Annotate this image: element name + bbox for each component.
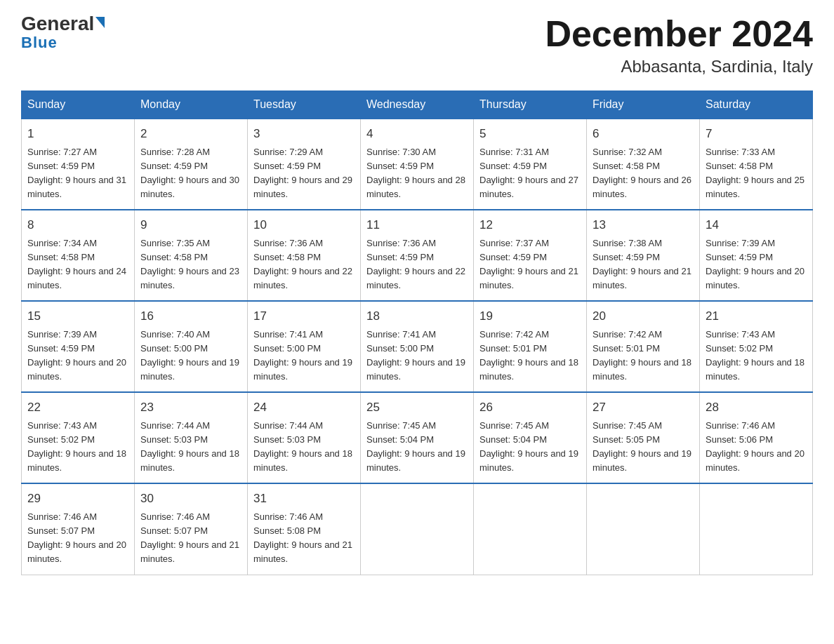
day-info: Sunrise: 7:32 AMSunset: 4:58 PMDaylight:… [593, 145, 694, 202]
day-info: Sunrise: 7:37 AMSunset: 4:59 PMDaylight:… [479, 236, 581, 293]
table-row: 5Sunrise: 7:31 AMSunset: 4:59 PMDaylight… [474, 119, 587, 210]
col-wednesday: Wednesday [361, 91, 474, 119]
day-info: Sunrise: 7:35 AMSunset: 4:58 PMDaylight:… [140, 236, 241, 293]
day-info: Sunrise: 7:45 AMSunset: 5:04 PMDaylight:… [366, 419, 468, 476]
table-row: 26Sunrise: 7:45 AMSunset: 5:04 PMDayligh… [474, 392, 587, 483]
day-number: 24 [253, 398, 355, 417]
day-info: Sunrise: 7:46 AMSunset: 5:08 PMDaylight:… [253, 510, 355, 567]
table-row: 22Sunrise: 7:43 AMSunset: 5:02 PMDayligh… [22, 392, 135, 483]
table-row: 24Sunrise: 7:44 AMSunset: 5:03 PMDayligh… [248, 392, 361, 483]
table-row: 23Sunrise: 7:44 AMSunset: 5:03 PMDayligh… [135, 392, 248, 483]
table-row: 4Sunrise: 7:30 AMSunset: 4:59 PMDaylight… [361, 119, 474, 210]
day-number: 10 [253, 216, 355, 234]
day-info: Sunrise: 7:44 AMSunset: 5:03 PMDaylight:… [140, 419, 241, 476]
day-info: Sunrise: 7:39 AMSunset: 4:59 PMDaylight:… [27, 328, 128, 384]
day-number: 25 [366, 398, 468, 417]
day-info: Sunrise: 7:36 AMSunset: 4:58 PMDaylight:… [253, 236, 355, 293]
calendar-week-row: 8Sunrise: 7:34 AMSunset: 4:58 PMDaylight… [22, 210, 813, 301]
day-number: 3 [253, 125, 355, 143]
day-number: 23 [140, 398, 241, 417]
table-row: 13Sunrise: 7:38 AMSunset: 4:59 PMDayligh… [587, 210, 700, 301]
calendar-week-row: 1Sunrise: 7:27 AMSunset: 4:59 PMDaylight… [22, 119, 813, 210]
day-info: Sunrise: 7:31 AMSunset: 4:59 PMDaylight:… [479, 145, 581, 202]
day-number: 19 [479, 307, 581, 326]
day-info: Sunrise: 7:43 AMSunset: 5:02 PMDaylight:… [706, 328, 807, 384]
calendar-week-row: 29Sunrise: 7:46 AMSunset: 5:07 PMDayligh… [22, 483, 813, 575]
table-row: 16Sunrise: 7:40 AMSunset: 5:00 PMDayligh… [135, 301, 248, 392]
table-row: 12Sunrise: 7:37 AMSunset: 4:59 PMDayligh… [474, 210, 587, 301]
table-row: 6Sunrise: 7:32 AMSunset: 4:58 PMDaylight… [587, 119, 700, 210]
day-number: 7 [706, 125, 807, 143]
day-number: 20 [593, 307, 694, 326]
table-row [361, 483, 474, 575]
logo-text: General [21, 14, 105, 34]
title-block: December 2024 Abbasanta, Sardinia, Italy [545, 14, 813, 76]
day-info: Sunrise: 7:41 AMSunset: 5:00 PMDaylight:… [366, 328, 468, 384]
col-sunday: Sunday [22, 91, 135, 119]
logo: General Blue [21, 14, 105, 52]
table-row [700, 483, 813, 575]
logo-blue: Blue [21, 34, 58, 52]
table-row [474, 483, 587, 575]
table-row: 25Sunrise: 7:45 AMSunset: 5:04 PMDayligh… [361, 392, 474, 483]
day-info: Sunrise: 7:46 AMSunset: 5:06 PMDaylight:… [706, 419, 807, 476]
day-info: Sunrise: 7:30 AMSunset: 4:59 PMDaylight:… [366, 145, 468, 202]
day-number: 30 [140, 490, 241, 508]
day-info: Sunrise: 7:33 AMSunset: 4:58 PMDaylight:… [706, 145, 807, 202]
table-row: 27Sunrise: 7:45 AMSunset: 5:05 PMDayligh… [587, 392, 700, 483]
col-tuesday: Tuesday [248, 91, 361, 119]
calendar-week-row: 22Sunrise: 7:43 AMSunset: 5:02 PMDayligh… [22, 392, 813, 483]
table-row: 8Sunrise: 7:34 AMSunset: 4:58 PMDaylight… [22, 210, 135, 301]
table-row: 18Sunrise: 7:41 AMSunset: 5:00 PMDayligh… [361, 301, 474, 392]
table-row: 17Sunrise: 7:41 AMSunset: 5:00 PMDayligh… [248, 301, 361, 392]
table-row: 10Sunrise: 7:36 AMSunset: 4:58 PMDayligh… [248, 210, 361, 301]
day-number: 22 [27, 398, 128, 417]
table-row: 2Sunrise: 7:28 AMSunset: 4:59 PMDaylight… [135, 119, 248, 210]
table-row: 9Sunrise: 7:35 AMSunset: 4:58 PMDaylight… [135, 210, 248, 301]
day-number: 2 [140, 125, 241, 143]
table-row: 20Sunrise: 7:42 AMSunset: 5:01 PMDayligh… [587, 301, 700, 392]
day-info: Sunrise: 7:46 AMSunset: 5:07 PMDaylight:… [140, 510, 241, 567]
day-info: Sunrise: 7:45 AMSunset: 5:05 PMDaylight:… [593, 419, 694, 476]
day-number: 9 [140, 216, 241, 234]
table-row: 15Sunrise: 7:39 AMSunset: 4:59 PMDayligh… [22, 301, 135, 392]
logo-general: General [21, 13, 94, 34]
table-row: 11Sunrise: 7:36 AMSunset: 4:59 PMDayligh… [361, 210, 474, 301]
day-number: 21 [706, 307, 807, 326]
table-row: 21Sunrise: 7:43 AMSunset: 5:02 PMDayligh… [700, 301, 813, 392]
day-number: 6 [593, 125, 694, 143]
day-number: 5 [479, 125, 581, 143]
table-row: 30Sunrise: 7:46 AMSunset: 5:07 PMDayligh… [135, 483, 248, 575]
day-number: 11 [366, 216, 468, 234]
day-number: 14 [706, 216, 807, 234]
table-row: 28Sunrise: 7:46 AMSunset: 5:06 PMDayligh… [700, 392, 813, 483]
table-row: 31Sunrise: 7:46 AMSunset: 5:08 PMDayligh… [248, 483, 361, 575]
page-header: General Blue December 2024 Abbasanta, Sa… [21, 14, 813, 76]
day-number: 8 [27, 216, 128, 234]
day-info: Sunrise: 7:43 AMSunset: 5:02 PMDaylight:… [27, 419, 128, 476]
day-number: 18 [366, 307, 468, 326]
day-info: Sunrise: 7:28 AMSunset: 4:59 PMDaylight:… [140, 145, 241, 202]
day-number: 12 [479, 216, 581, 234]
day-info: Sunrise: 7:46 AMSunset: 5:07 PMDaylight:… [27, 510, 128, 567]
day-info: Sunrise: 7:39 AMSunset: 4:59 PMDaylight:… [706, 236, 807, 293]
day-info: Sunrise: 7:45 AMSunset: 5:04 PMDaylight:… [479, 419, 581, 476]
day-number: 16 [140, 307, 241, 326]
day-number: 31 [253, 490, 355, 508]
logo-arrow-icon [95, 17, 105, 28]
day-number: 13 [593, 216, 694, 234]
calendar-week-row: 15Sunrise: 7:39 AMSunset: 4:59 PMDayligh… [22, 301, 813, 392]
day-info: Sunrise: 7:44 AMSunset: 5:03 PMDaylight:… [253, 419, 355, 476]
calendar-header-row: Sunday Monday Tuesday Wednesday Thursday… [22, 91, 813, 119]
day-info: Sunrise: 7:38 AMSunset: 4:59 PMDaylight:… [593, 236, 694, 293]
day-info: Sunrise: 7:42 AMSunset: 5:01 PMDaylight:… [479, 328, 581, 384]
day-info: Sunrise: 7:27 AMSunset: 4:59 PMDaylight:… [27, 145, 128, 202]
col-friday: Friday [587, 91, 700, 119]
table-row: 19Sunrise: 7:42 AMSunset: 5:01 PMDayligh… [474, 301, 587, 392]
day-number: 1 [27, 125, 128, 143]
day-number: 27 [593, 398, 694, 417]
table-row: 29Sunrise: 7:46 AMSunset: 5:07 PMDayligh… [22, 483, 135, 575]
calendar-table: Sunday Monday Tuesday Wednesday Thursday… [21, 90, 813, 575]
day-number: 28 [706, 398, 807, 417]
day-number: 4 [366, 125, 468, 143]
